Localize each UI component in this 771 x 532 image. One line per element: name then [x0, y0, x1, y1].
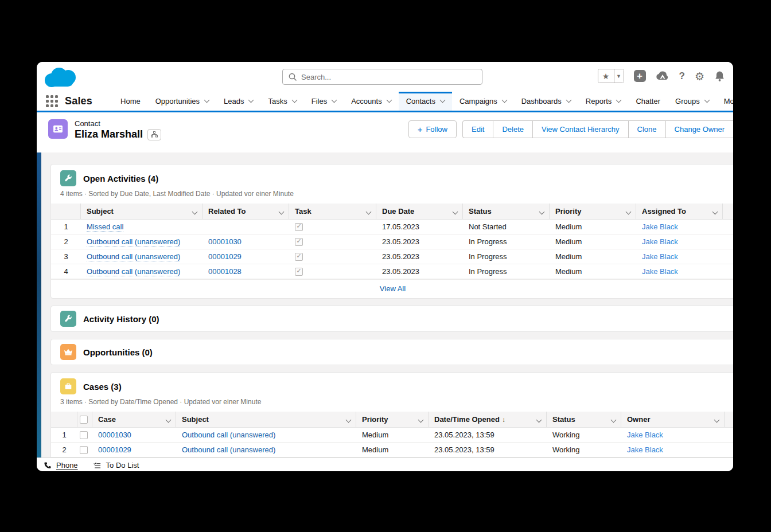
- status-cell: In Progress: [463, 249, 550, 264]
- column-header-date-time-opened[interactable]: Date/Time Opened↓: [429, 412, 547, 428]
- tab-accounts[interactable]: Accounts: [344, 92, 398, 111]
- due-date-cell: 23.05.2023: [376, 234, 463, 249]
- tab-files[interactable]: Files: [304, 92, 344, 111]
- chevron-down-icon: [332, 97, 337, 103]
- row-checkbox[interactable]: [80, 446, 88, 454]
- column-header-priority[interactable]: Priority: [356, 412, 429, 428]
- column-header-due-date[interactable]: Due Date: [376, 204, 463, 220]
- assigned-to-cell: Jake Black: [636, 220, 723, 234]
- view-contact-hierarchy-button[interactable]: View Contact Hierarchy: [532, 120, 628, 138]
- subject-cell: Outbound call (unanswered): [176, 428, 356, 443]
- help-icon[interactable]: ?: [679, 71, 685, 82]
- setup-gear-icon[interactable]: ⚙: [695, 70, 704, 83]
- column-header-assigned-to[interactable]: Assigned To: [636, 204, 723, 220]
- related-to-link[interactable]: 00001030: [208, 237, 242, 246]
- chevron-down-icon: [453, 209, 458, 215]
- column-header-owner[interactable]: Owner: [621, 412, 725, 428]
- column-header-case[interactable]: Case: [92, 412, 176, 428]
- section-title[interactable]: Open Activities (4): [83, 174, 158, 183]
- subject-link[interactable]: Outbound call (unanswered): [182, 445, 275, 454]
- assigned-to-link[interactable]: Jake Black: [642, 252, 678, 261]
- utility-todo-list[interactable]: To Do List: [93, 461, 139, 470]
- global-actions-icon[interactable]: +: [634, 70, 646, 82]
- tab-leads[interactable]: Leads: [216, 92, 260, 111]
- phone-icon: [44, 461, 52, 470]
- activity-history-card: Activity History (0): [50, 306, 733, 332]
- spacer-cell: [723, 234, 733, 249]
- chevron-down-icon: [346, 417, 352, 423]
- task-checkbox[interactable]: [295, 253, 303, 261]
- tab-more[interactable]: More: [717, 92, 733, 111]
- tab-groups[interactable]: Groups: [668, 92, 717, 111]
- favorites-dropdown-icon[interactable]: ▼: [614, 69, 624, 83]
- spacer-cell: [723, 264, 733, 279]
- tab-home[interactable]: Home: [113, 92, 148, 111]
- activities-wrench-icon: [60, 170, 76, 186]
- owner-link[interactable]: Jake Black: [627, 431, 663, 439]
- subject-link[interactable]: Outbound call (unanswered): [182, 431, 275, 439]
- column-header-related-to[interactable]: Related To: [203, 204, 289, 220]
- change-owner-button[interactable]: Change Owner: [665, 120, 733, 138]
- assigned-to-link[interactable]: Jake Black: [642, 267, 678, 276]
- column-header-priority[interactable]: Priority: [550, 204, 636, 220]
- notifications-bell-icon[interactable]: [714, 71, 725, 82]
- tab-reports[interactable]: Reports: [578, 92, 629, 111]
- related-to-link[interactable]: 00001028: [208, 267, 242, 276]
- app-name[interactable]: Sales: [65, 95, 92, 107]
- opportunity-crown-icon: [60, 344, 76, 360]
- hierarchy-button[interactable]: [147, 129, 161, 140]
- column-header-subject[interactable]: Subject: [81, 204, 203, 220]
- favorite-star-icon[interactable]: ★: [598, 69, 614, 83]
- chevron-down-icon: [566, 97, 571, 103]
- tab-dashboards[interactable]: Dashboards: [514, 92, 578, 111]
- edit-button[interactable]: Edit: [462, 120, 493, 138]
- section-title[interactable]: Opportunities (0): [83, 347, 153, 357]
- nav-tabs: Home Opportunities Leads Tasks Files Acc…: [113, 92, 733, 111]
- subject-link[interactable]: Outbound call (unanswered): [87, 237, 180, 247]
- subject-link[interactable]: Missed call: [87, 222, 123, 232]
- tab-campaigns[interactable]: Campaigns: [452, 92, 514, 111]
- app-launcher-icon[interactable]: [46, 95, 58, 108]
- select-all-checkbox[interactable]: [80, 416, 88, 424]
- column-header-subject[interactable]: Subject: [176, 412, 356, 428]
- related-to-link[interactable]: 00001029: [208, 252, 242, 261]
- clone-button[interactable]: Clone: [628, 120, 665, 138]
- task-checkbox[interactable]: [295, 238, 303, 246]
- case-number-cell: 00001029: [92, 443, 176, 457]
- section-title[interactable]: Activity History (0): [83, 314, 159, 324]
- global-search-input[interactable]: Search...: [282, 69, 482, 85]
- due-date-cell: 23.05.2023: [376, 264, 463, 279]
- due-date-cell: 17.05.2023: [376, 220, 463, 234]
- tab-tasks[interactable]: Tasks: [260, 92, 303, 111]
- chevron-down-icon: [366, 209, 372, 215]
- subject-link[interactable]: Outbound call (unanswered): [87, 267, 180, 276]
- tab-chatter[interactable]: Chatter: [628, 92, 668, 111]
- subject-link[interactable]: Outbound call (unanswered): [87, 252, 180, 261]
- task-checkbox[interactable]: [295, 268, 303, 276]
- column-header-task[interactable]: Task: [289, 204, 376, 220]
- guidance-center-icon[interactable]: [656, 71, 669, 82]
- task-checkbox[interactable]: [295, 223, 303, 231]
- entity-type-label: Contact: [75, 119, 161, 128]
- delete-button[interactable]: Delete: [493, 120, 532, 138]
- utility-phone[interactable]: Phone: [44, 461, 78, 470]
- section-title[interactable]: Cases (3): [83, 382, 122, 392]
- row-checkbox[interactable]: [80, 431, 88, 439]
- view-all-link[interactable]: View All: [380, 284, 406, 293]
- owner-link[interactable]: Jake Black: [627, 445, 663, 454]
- column-header-rownum: [51, 412, 77, 428]
- tab-opportunities[interactable]: Opportunities: [148, 92, 216, 111]
- owner-cell: Jake Black: [621, 443, 725, 457]
- search-icon: [289, 73, 297, 81]
- follow-button[interactable]: +Follow: [408, 120, 457, 138]
- assigned-to-link[interactable]: Jake Black: [642, 237, 678, 246]
- column-header-status[interactable]: Status: [463, 204, 550, 220]
- chevron-down-icon: [704, 97, 710, 103]
- tab-contacts[interactable]: Contacts: [399, 92, 452, 111]
- section-subtitle: 4 items · Sorted by Due Date, Last Modif…: [51, 187, 733, 204]
- case-link[interactable]: 00001030: [98, 431, 131, 439]
- column-header-status[interactable]: Status: [547, 412, 621, 428]
- case-link[interactable]: 00001029: [98, 445, 131, 454]
- row-select-cell: [77, 443, 92, 457]
- assigned-to-link[interactable]: Jake Black: [642, 222, 678, 231]
